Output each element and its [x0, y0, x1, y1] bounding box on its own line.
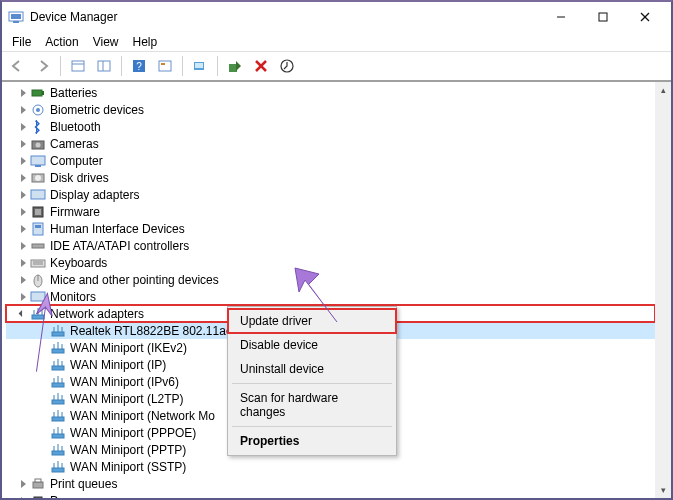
menu-action[interactable]: Action [39, 33, 84, 51]
keyboard-icon [30, 255, 46, 271]
expander-icon[interactable] [16, 171, 30, 185]
svg-rect-2 [13, 21, 19, 23]
scrollbar[interactable]: ▴ ▾ [655, 82, 671, 498]
menu-view[interactable]: View [87, 33, 125, 51]
tree-node[interactable]: Keyboards [6, 254, 655, 271]
tree-node[interactable]: Firmware [6, 203, 655, 220]
scroll-down-button[interactable]: ▾ [655, 482, 671, 498]
svg-rect-60 [52, 383, 64, 387]
expander-icon[interactable] [16, 188, 30, 202]
svg-rect-1 [11, 14, 21, 19]
svg-rect-36 [35, 225, 41, 228]
expander-icon[interactable] [16, 273, 30, 287]
svg-rect-84 [33, 482, 43, 488]
tree-node[interactable]: Biometric devices [6, 101, 655, 118]
menu-file[interactable]: File [6, 33, 37, 51]
maximize-button[interactable] [583, 4, 623, 30]
enable-button[interactable] [224, 55, 246, 77]
tree-node[interactable]: IDE ATA/ATAPI controllers [6, 237, 655, 254]
network-icon [50, 323, 66, 339]
ctx-scan-hardware[interactable]: Scan for hardware changes [228, 386, 396, 424]
tree-node[interactable]: Disk drives [6, 169, 655, 186]
tree-label: IDE ATA/ATAPI controllers [50, 239, 189, 253]
expander-icon[interactable] [16, 103, 30, 117]
update-button[interactable] [276, 55, 298, 77]
menu-help[interactable]: Help [127, 33, 164, 51]
tree-label: Processors [50, 494, 110, 499]
monitor-icon [30, 289, 46, 305]
expander-icon[interactable] [16, 477, 30, 491]
svg-rect-68 [52, 417, 64, 421]
content-area: BatteriesBiometric devicesBluetoothCamer… [2, 82, 671, 498]
expander-icon[interactable] [16, 290, 30, 304]
expander-icon[interactable] [16, 120, 30, 134]
ctx-update-driver[interactable]: Update driver [228, 309, 396, 333]
toolbar-separator [217, 56, 218, 76]
svg-rect-29 [35, 165, 41, 167]
tree-node[interactable]: Monitors [6, 288, 655, 305]
expander-icon[interactable] [16, 205, 30, 219]
scroll-track[interactable] [655, 98, 671, 482]
expander-icon[interactable] [16, 239, 30, 253]
svg-rect-35 [33, 223, 43, 235]
expander-icon[interactable] [16, 222, 30, 236]
hid-icon [30, 221, 46, 237]
back-button[interactable] [6, 55, 28, 77]
tree-label: Keyboards [50, 256, 107, 270]
tree-node[interactable]: Print queues [6, 475, 655, 492]
window-buttons [541, 4, 665, 30]
expander-icon[interactable] [16, 494, 30, 499]
svg-rect-17 [229, 64, 237, 72]
forward-button[interactable] [32, 55, 54, 77]
svg-rect-34 [35, 209, 41, 215]
tree-node[interactable]: Mice and other pointing devices [6, 271, 655, 288]
scan-button[interactable] [189, 55, 211, 77]
network-icon [50, 408, 66, 424]
tree-label: Cameras [50, 137, 99, 151]
tree-node[interactable]: Display adapters [6, 186, 655, 203]
network-icon [50, 391, 66, 407]
details-button[interactable] [93, 55, 115, 77]
network-icon [50, 425, 66, 441]
close-button[interactable] [625, 4, 665, 30]
tree-node[interactable]: WAN Miniport (SSTP) [6, 458, 655, 475]
camera-icon [30, 136, 46, 152]
properties-button[interactable] [154, 55, 176, 77]
tree-node[interactable]: Computer [6, 152, 655, 169]
network-icon [50, 459, 66, 475]
minimize-button[interactable] [541, 4, 581, 30]
tree-node[interactable]: Batteries [6, 84, 655, 101]
tree-label: WAN Miniport (IKEv2) [70, 341, 187, 355]
svg-rect-72 [52, 434, 64, 438]
expander-icon[interactable] [16, 307, 30, 321]
show-hide-button[interactable] [67, 55, 89, 77]
tree-label: Computer [50, 154, 103, 168]
svg-rect-64 [52, 400, 64, 404]
ctx-properties[interactable]: Properties [228, 429, 396, 453]
tree-label: WAN Miniport (IPv6) [70, 375, 179, 389]
tree-node[interactable]: Cameras [6, 135, 655, 152]
tree-label: Mice and other pointing devices [50, 273, 219, 287]
help-button[interactable]: ? [128, 55, 150, 77]
tree-label: Display adapters [50, 188, 139, 202]
ctx-uninstall-device[interactable]: Uninstall device [228, 357, 396, 381]
ctx-separator [232, 383, 392, 384]
expander-icon[interactable] [16, 154, 30, 168]
ctx-disable-device[interactable]: Disable device [228, 333, 396, 357]
expander-icon[interactable] [16, 256, 30, 270]
svg-rect-28 [31, 156, 45, 165]
tree-label: WAN Miniport (PPTP) [70, 443, 186, 457]
svg-rect-13 [159, 61, 171, 71]
window-title: Device Manager [30, 10, 541, 24]
svg-rect-37 [32, 244, 44, 248]
tree-label: Print queues [50, 477, 117, 491]
tree-node[interactable]: Human Interface Devices [6, 220, 655, 237]
svg-rect-56 [52, 366, 64, 370]
expander-icon[interactable] [16, 137, 30, 151]
expander-icon[interactable] [16, 86, 30, 100]
tree-node[interactable]: Bluetooth [6, 118, 655, 135]
uninstall-button[interactable] [250, 55, 272, 77]
tree-node[interactable]: Processors [6, 492, 655, 498]
scroll-up-button[interactable]: ▴ [655, 82, 671, 98]
svg-rect-85 [35, 479, 41, 482]
